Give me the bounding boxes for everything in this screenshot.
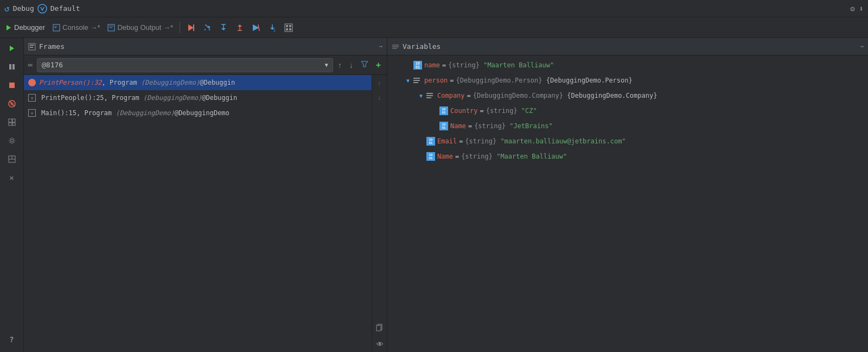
list-item[interactable]: 10 01 Name = {string} "Maarten Balliauw": [387, 149, 868, 164]
svg-point-50: [379, 343, 381, 345]
step-into-button[interactable]: [216, 21, 231, 34]
string-icon-4: 10 01: [439, 122, 448, 130]
tab-console[interactable]: Console →*: [49, 21, 103, 34]
tab-debug-output[interactable]: Debug Output →*: [104, 21, 176, 34]
step-out-button[interactable]: [232, 21, 247, 34]
logo-icon: [37, 4, 47, 14]
frames-title-text: Frames: [39, 42, 65, 51]
sidebar-stop-btn[interactable]: [4, 77, 20, 93]
thread-icon: [27, 61, 35, 69]
tab-debugger[interactable]: Debugger: [2, 21, 48, 34]
sidebar-settings-btn[interactable]: [4, 133, 20, 149]
sidebar-pause-icon: [8, 63, 16, 71]
var-eq-0: =: [442, 61, 446, 69]
sidebar-split-icon: [8, 155, 16, 163]
frames-pin-icon[interactable]: →: [379, 43, 382, 50]
sidebar-split-btn[interactable]: [4, 151, 20, 167]
sidebar-close-btn[interactable]: ✕: [4, 169, 20, 186]
var-value-0: "Maarten Balliauw": [483, 61, 554, 69]
list-item[interactable]: 10 01 Name = {string} "JetBrains": [387, 118, 868, 134]
list-item[interactable]: 1001 name = {string} "Maarten Balliauw": [387, 58, 868, 73]
list-item[interactable]: 10 01 Country = {string} "CZ": [387, 103, 868, 118]
frames-up-btn[interactable]: ↑: [335, 59, 344, 71]
toggle-1[interactable]: ▼: [405, 77, 411, 84]
svg-rect-27: [289, 28, 291, 30]
frames-add-btn[interactable]: +: [373, 59, 384, 72]
sidebar-play-icon: [8, 45, 16, 52]
sidebar-resume-btn[interactable]: [4, 40, 20, 56]
tab-debugger-label: Debugger: [14, 23, 45, 32]
var-eq-1: =: [450, 77, 454, 84]
frames-move-down-btn[interactable]: ↓: [374, 91, 386, 103]
frame-method-1: PrintPeople():25, Program (DebuggingDemo…: [41, 94, 237, 102]
frames-move-up-btn[interactable]: ↑: [374, 77, 386, 89]
tab-console-label: Console →*: [62, 23, 100, 32]
list-item[interactable]: ▼ Company = {DebuggingDemo.Company} {Deb…: [387, 88, 868, 103]
var-eq-5: =: [459, 137, 463, 145]
frame-method-0: PrintPerson():32, Program (DebuggingDemo…: [39, 79, 235, 86]
string-icon-0: 1001: [413, 61, 422, 70]
frames-content: PrintPerson():32, Program (DebuggingDemo…: [24, 75, 387, 352]
variables-icon: [392, 43, 399, 51]
variables-pin-icon[interactable]: →: [860, 43, 864, 50]
table-row[interactable]: PrintPerson():32, Program (DebuggingDemo…: [24, 75, 372, 90]
svg-marker-0: [7, 25, 11, 30]
variable-tree[interactable]: 1001 name = {string} "Maarten Balliauw" …: [387, 55, 868, 352]
svg-point-46: [28, 64, 30, 66]
svg-rect-30: [12, 64, 15, 70]
svg-rect-24: [286, 25, 288, 27]
var-eq-2: =: [467, 92, 471, 99]
svg-rect-45: [30, 47, 33, 48]
frames-watch-btn[interactable]: [374, 338, 386, 350]
frame-page-icon-2: ≡: [28, 109, 36, 117]
table-row[interactable]: ≡ PrintPeople():25, Program (DebuggingDe…: [24, 90, 372, 105]
svg-rect-37: [9, 123, 12, 125]
var-name-6: Name: [437, 153, 453, 160]
settings-icon[interactable]: ⚙: [850, 4, 854, 13]
no-toggle-3: [431, 108, 437, 114]
list-item[interactable]: ▼ person = {DebuggingDemo.Person} {Debug…: [387, 73, 868, 88]
step-over-button[interactable]: [200, 21, 215, 34]
frames-panel-title: Frames: [28, 42, 65, 51]
var-type-6: {string}: [461, 153, 493, 160]
download-icon[interactable]: ⬇: [859, 4, 864, 13]
eye-icon: [376, 340, 384, 348]
sidebar-mute-btn[interactable]: [4, 96, 20, 112]
thread-label: @8176: [42, 61, 63, 69]
content-area: Frames → @8176 ▼ ↑ ↓: [24, 38, 868, 352]
force-step-icon: 1: [268, 23, 277, 32]
frames-down-btn[interactable]: ↓: [347, 59, 356, 71]
variables-panel: Variables → 1001 name = {string} "Maarte…: [387, 38, 868, 352]
resume-icon: [187, 23, 195, 32]
sidebar-layout-btn[interactable]: [4, 114, 20, 130]
svg-rect-35: [9, 119, 12, 122]
svg-rect-31: [9, 83, 15, 88]
sidebar-help-btn[interactable]: ?: [4, 331, 20, 348]
resume-button[interactable]: [183, 21, 199, 34]
sidebar-pause-btn[interactable]: [4, 59, 20, 75]
var-value-6: "Maarten Balliauw": [496, 153, 567, 160]
thread-selector[interactable]: @8176 ▼: [37, 58, 333, 72]
play-icon: [5, 24, 12, 31]
var-type-0: {string}: [448, 61, 480, 69]
svg-rect-36: [12, 119, 15, 122]
svg-marker-47: [361, 61, 368, 67]
frames-filter-btn[interactable]: [358, 59, 371, 71]
list-item[interactable]: 10 01 Email = {string} "maarten.balliauw…: [387, 134, 868, 149]
frames-icon: [28, 43, 36, 51]
table-row[interactable]: ≡ Main():15, Program (DebuggingDemo)@Deb…: [24, 105, 372, 121]
frames-copy-btn[interactable]: [374, 322, 386, 334]
frame-list[interactable]: PrintPerson():32, Program (DebuggingDemo…: [24, 75, 372, 352]
var-value-2: {DebuggingDemo.Company}: [567, 92, 657, 99]
variables-panel-title: Variables: [392, 42, 441, 51]
var-name-1: person: [424, 77, 448, 84]
var-eq-6: =: [455, 153, 459, 160]
var-value-1: {DebuggingDemo.Person}: [546, 77, 633, 84]
var-value-4: "JetBrains": [509, 122, 552, 130]
toggle-2[interactable]: ▼: [418, 92, 424, 99]
force-step-button[interactable]: 1: [265, 21, 280, 34]
run-to-cursor-button[interactable]: [248, 21, 264, 34]
variables-panel-header: Variables →: [387, 38, 868, 55]
evaluate-button[interactable]: [281, 21, 296, 34]
object-icon-2: [426, 93, 435, 98]
